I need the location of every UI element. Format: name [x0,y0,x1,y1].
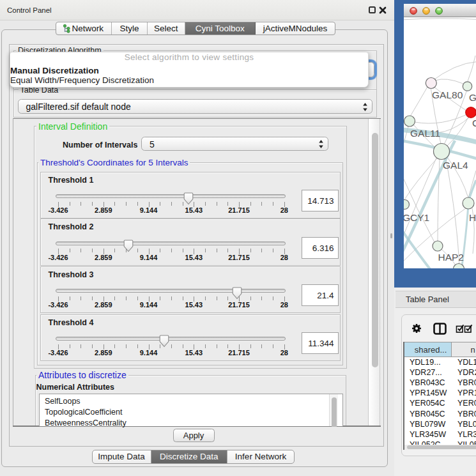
svg-text:GAL4: GAL4 [443,160,468,171]
svg-text:GAL80: GAL80 [432,89,463,100]
svg-text:GCY1: GCY1 [404,212,429,223]
svg-text:CR: CR [472,118,476,128]
svg-text:HI: HI [469,212,476,223]
svg-text:GA: GA [469,92,476,103]
svg-text:GAL11: GAL11 [410,128,440,139]
svg-text:HAP2: HAP2 [438,252,464,263]
